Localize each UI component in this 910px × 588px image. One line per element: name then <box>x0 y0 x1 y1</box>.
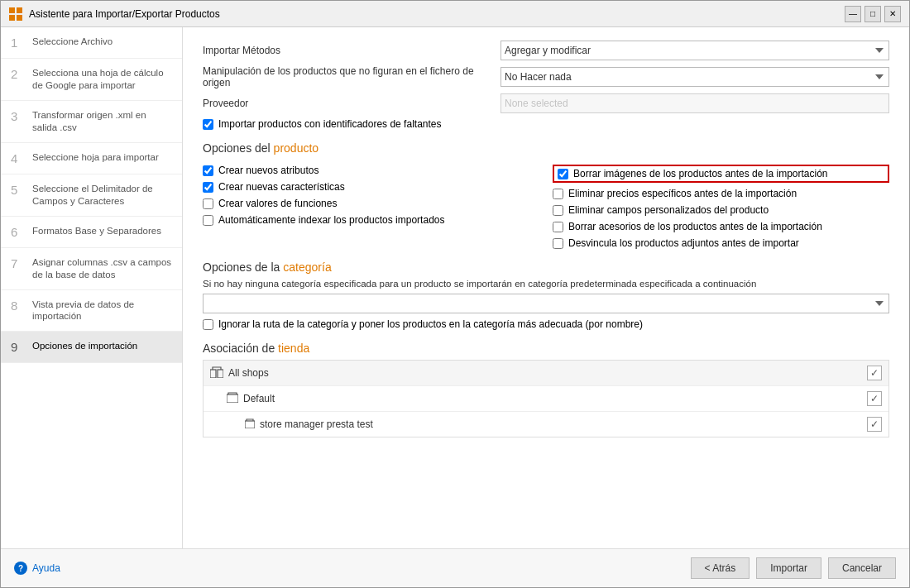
sidebar-item-6[interactable]: 6 Formatos Base y Separadores <box>1 217 182 248</box>
sidebar-label-5: Seleccione el Delimitador de Campos y Ca… <box>32 183 172 208</box>
all-shops-icon <box>210 366 223 380</box>
all-shops-checkbox[interactable] <box>867 366 882 380</box>
option-auto-indexar: Automáticamente indexar los productos im… <box>203 214 539 226</box>
sidebar-label-3: Transformar origen .xml en salida .csv <box>32 109 172 134</box>
category-select[interactable] <box>203 294 889 313</box>
label-borrar-imagenes: Borrar imágenes de los productos antes d… <box>573 168 828 179</box>
minimize-button[interactable]: — <box>845 6 861 22</box>
maximize-button[interactable]: □ <box>864 6 881 22</box>
option-desvincular: Desvincula los productos adjuntos antes … <box>553 237 889 249</box>
default-shop-icon <box>227 392 238 405</box>
svg-rect-0 <box>9 7 15 13</box>
svg-rect-5 <box>218 370 223 378</box>
import-methods-row: Importar Métodos Agregar y modificar Sol… <box>203 41 889 60</box>
sidebar-label-7: Asignar columnas .csv a campos de la bas… <box>32 256 172 281</box>
svg-rect-4 <box>210 370 216 378</box>
shop-table: All shops Default <box>203 360 889 437</box>
proveedor-select[interactable]: None selected <box>500 93 889 113</box>
option-eliminar-precios: Eliminar precios específicos antes de la… <box>553 188 889 199</box>
product-options-right: Borrar imágenes de los productos antes d… <box>553 165 889 249</box>
sidebar-item-2[interactable]: 2 Selecciona una hoja de cálculo de Goog… <box>1 59 182 101</box>
label-eliminar-precios: Eliminar precios específicos antes de la… <box>568 188 797 199</box>
category-description: Si no hay ninguna categoría especificada… <box>203 279 889 289</box>
presta-shop-checkbox[interactable] <box>867 417 882 432</box>
category-options-title: Opciones de la categoría <box>203 261 889 274</box>
ignore-category-checkbox[interactable] <box>203 319 213 330</box>
sidebar-item-3[interactable]: 3 Transformar origen .xml en salida .csv <box>1 101 182 143</box>
all-shops-name: All shops <box>228 367 867 379</box>
sidebar-num-7: 7 <box>11 256 24 270</box>
ignore-category-label: Ignorar la ruta de la categoría y poner … <box>218 318 643 330</box>
sidebar-label-8: Vista previa de datos de importación <box>32 299 172 323</box>
shop-association-title: Asociación de tienda <box>203 342 889 355</box>
titlebar-controls: — □ ✕ <box>845 6 901 22</box>
footer: ? Ayuda < Atrás Importar Cancelar <box>1 548 909 587</box>
sidebar-label-9: Opciones de importación <box>32 340 137 352</box>
sidebar-num-9: 9 <box>11 340 24 354</box>
sidebar-item-4[interactable]: 4 Seleccione hoja para importar <box>1 143 182 174</box>
help-link[interactable]: ? Ayuda <box>14 562 60 575</box>
sidebar-item-9[interactable]: 9 Opciones de importación <box>1 332 182 363</box>
label-desvincular: Desvincula los productos adjuntos antes … <box>568 237 799 249</box>
content-area: 1 Seleccione Archivo 2 Selecciona una ho… <box>1 27 909 548</box>
close-button[interactable]: ✕ <box>884 6 901 22</box>
sidebar-item-7[interactable]: 7 Asignar columnas .csv a campos de la b… <box>1 248 182 290</box>
sidebar-item-8[interactable]: 8 Vista previa de datos de importación <box>1 290 182 332</box>
product-options-grid: Crear nuevos atributos Crear nuevas cara… <box>203 165 889 249</box>
product-options-title: Opciones del producto <box>203 141 889 156</box>
sidebar-num-6: 6 <box>11 225 24 239</box>
sidebar-label-4: Seleccione hoja para importar <box>32 151 159 164</box>
sidebar-num-8: 8 <box>11 299 24 313</box>
label-eliminar-campos: Eliminar campos personalizados del produ… <box>568 204 769 216</box>
label-crear-atributos: Crear nuevos atributos <box>218 165 318 176</box>
proveedor-row: Proveedor None selected <box>203 93 889 113</box>
label-borrar-acesorios: Borrar acesorios de los productos antes … <box>568 221 822 232</box>
cancel-button[interactable]: Cancelar <box>828 557 896 579</box>
sidebar-num-1: 1 <box>11 36 24 50</box>
option-borrar-acesorios: Borrar acesorios de los productos antes … <box>553 221 889 232</box>
help-label: Ayuda <box>32 562 60 574</box>
option-crear-valores: Crear valores de funciones <box>203 198 539 209</box>
sidebar-num-3: 3 <box>11 109 24 123</box>
checkbox-crear-atributos[interactable] <box>203 165 213 176</box>
sidebar-item-5[interactable]: 5 Seleccione el Delimitador de Campos y … <box>1 174 182 217</box>
svg-rect-1 <box>17 7 22 13</box>
missing-products-select[interactable]: No Hacer nada Eliminar Deshabilitar <box>500 67 889 87</box>
import-missing-ids-label: Importar productos con identificadores d… <box>218 118 441 130</box>
svg-rect-3 <box>17 15 22 21</box>
import-methods-select[interactable]: Agregar y modificar Solo agregar Solo mo… <box>500 41 889 60</box>
checkbox-borrar-imagenes[interactable] <box>558 169 568 179</box>
main-content: Importar Métodos Agregar y modificar Sol… <box>183 27 909 548</box>
svg-rect-7 <box>245 421 255 428</box>
footer-buttons: < Atrás Importar Cancelar <box>691 557 896 579</box>
sidebar-num-5: 5 <box>11 183 24 197</box>
sidebar-label-2: Selecciona una hoja de cálculo de Google… <box>32 67 172 92</box>
checkbox-crear-caracteristicas[interactable] <box>203 182 213 193</box>
product-options-left: Crear nuevos atributos Crear nuevas cara… <box>203 165 539 249</box>
checkbox-desvincular[interactable] <box>553 238 563 249</box>
sidebar-label-6: Formatos Base y Separadores <box>32 225 161 237</box>
label-crear-valores: Crear valores de funciones <box>218 198 337 209</box>
titlebar: Asistente para Importar/Exportar Product… <box>1 1 909 27</box>
checkbox-eliminar-precios[interactable] <box>553 189 563 199</box>
checkbox-crear-valores[interactable] <box>203 198 213 209</box>
ignore-category-row: Ignorar la ruta de la categoría y poner … <box>203 318 889 330</box>
checkbox-eliminar-campos[interactable] <box>553 205 563 216</box>
proveedor-label: Proveedor <box>203 98 500 109</box>
missing-products-row: Manipulación de los productos que no fig… <box>203 65 889 88</box>
import-missing-ids-checkbox[interactable] <box>203 119 213 130</box>
presta-shop-name: store manager presta test <box>260 418 867 430</box>
import-methods-label: Importar Métodos <box>203 45 500 56</box>
label-crear-caracteristicas: Crear nuevas características <box>218 181 345 193</box>
shop-row-allshops: All shops <box>204 361 888 386</box>
missing-products-label: Manipulación de los productos que no fig… <box>203 65 500 88</box>
back-button[interactable]: < Atrás <box>691 557 750 579</box>
sidebar: 1 Seleccione Archivo 2 Selecciona una ho… <box>1 27 183 548</box>
sidebar-item-1[interactable]: 1 Seleccione Archivo <box>1 27 182 59</box>
checkbox-auto-indexar[interactable] <box>203 215 213 226</box>
import-button[interactable]: Importar <box>756 557 821 579</box>
app-icon <box>9 7 22 21</box>
checkbox-borrar-acesorios[interactable] <box>553 222 563 232</box>
import-missing-ids-row: Importar productos con identificadores d… <box>203 118 889 130</box>
default-shop-checkbox[interactable] <box>867 391 882 406</box>
